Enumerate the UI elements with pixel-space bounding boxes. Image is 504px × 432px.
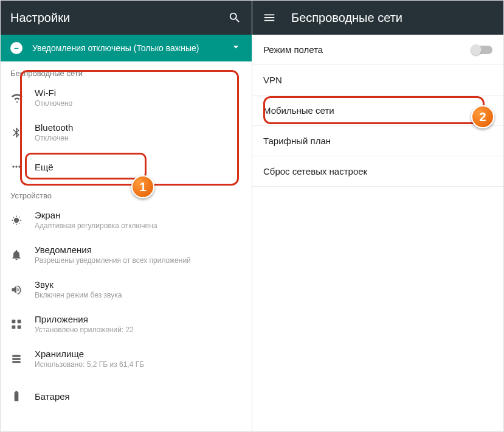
section-wireless: Беспроводные сети: [1, 61, 252, 80]
sound-sub: Включен режим без звука: [35, 291, 242, 299]
page-title-right: Беспроводные сети: [291, 11, 494, 25]
mobile-networks-row[interactable]: Мобильные сети: [252, 96, 503, 126]
bluetooth-label: Bluetooth: [35, 122, 242, 133]
bluetooth-item[interactable]: Bluetooth Отключен: [1, 115, 252, 150]
notifications-item[interactable]: Уведомления Разрешены уведомления от все…: [1, 237, 252, 272]
page-title: Настройки: [10, 11, 227, 25]
reset-label: Сброс сетевых настроек: [263, 166, 492, 176]
sound-label: Звук: [35, 279, 242, 290]
vpn-label: VPN: [263, 75, 492, 85]
display-item[interactable]: Экран Адаптивная регулировка отключена: [1, 203, 252, 237]
svg-rect-0: [12, 319, 16, 323]
more-item[interactable]: Ещё: [1, 150, 252, 184]
sound-item[interactable]: Звук Включен режим без звука: [1, 272, 252, 307]
apps-item[interactable]: Приложения Установлено приложений: 22: [1, 307, 252, 341]
wifi-label: Wi-Fi: [35, 88, 242, 98]
airplane-switch[interactable]: [472, 46, 492, 54]
wireless-panel: Беспроводные сети Режим полета VPN Мобил…: [252, 1, 503, 431]
tariff-label: Тарифный план: [263, 136, 492, 146]
notifications-label: Уведомления: [35, 245, 242, 255]
vpn-row[interactable]: VPN: [252, 65, 503, 96]
appbar-right: Беспроводные сети: [252, 1, 503, 35]
apps-label: Приложения: [35, 314, 242, 324]
mobile-label: Мобильные сети: [263, 105, 492, 116]
appbar-left: Настройки: [1, 1, 252, 35]
search-icon[interactable]: [227, 10, 242, 25]
storage-item[interactable]: Хранилище Использовано: 5,2 ГБ из 61,4 Г…: [1, 341, 252, 376]
svg-rect-3: [18, 325, 21, 329]
notifications-sub: Разрешены уведомления от всех приложений: [35, 256, 242, 265]
battery-icon: [10, 390, 35, 402]
chevron-down-icon: [230, 41, 242, 55]
bluetooth-sub: Отключен: [35, 134, 242, 142]
sound-icon: [10, 284, 35, 296]
section-device: Устройство: [1, 184, 252, 203]
airplane-label: Режим полета: [263, 44, 472, 55]
settings-panel: Настройки – Уведомления отключены (Тольк…: [1, 1, 252, 431]
bell-icon: [10, 249, 35, 261]
minus-icon: –: [10, 42, 22, 54]
storage-label: Хранилище: [35, 349, 242, 359]
battery-label: Батарея: [35, 391, 242, 402]
airplane-row[interactable]: Режим полета: [252, 35, 503, 65]
more-icon: [10, 161, 35, 173]
reset-row[interactable]: Сброс сетевых настроек: [252, 156, 503, 187]
wifi-sub: Отключено: [35, 99, 242, 108]
wifi-item[interactable]: Wi-Fi Отключено: [1, 80, 252, 115]
storage-sub: Использовано: 5,2 ГБ из 61,4 ГБ: [35, 360, 242, 369]
display-label: Экран: [35, 210, 242, 220]
svg-rect-2: [12, 325, 16, 329]
display-icon: [10, 214, 35, 226]
wifi-icon: [10, 91, 35, 105]
apps-sub: Установлено приложений: 22: [35, 326, 242, 334]
more-label: Ещё: [35, 162, 242, 172]
notifications-banner[interactable]: – Уведомления отключены (Только важные): [1, 35, 252, 61]
apps-icon: [10, 318, 35, 330]
svg-rect-1: [18, 319, 21, 323]
tariff-row[interactable]: Тарифный план: [252, 126, 503, 156]
battery-item[interactable]: Батарея: [1, 376, 252, 410]
menu-icon[interactable]: [262, 10, 277, 25]
bluetooth-icon: [10, 127, 35, 139]
banner-text: Уведомления отключены (Только важные): [32, 43, 225, 54]
storage-icon: [10, 353, 35, 365]
display-sub: Адаптивная регулировка отключена: [35, 221, 242, 230]
